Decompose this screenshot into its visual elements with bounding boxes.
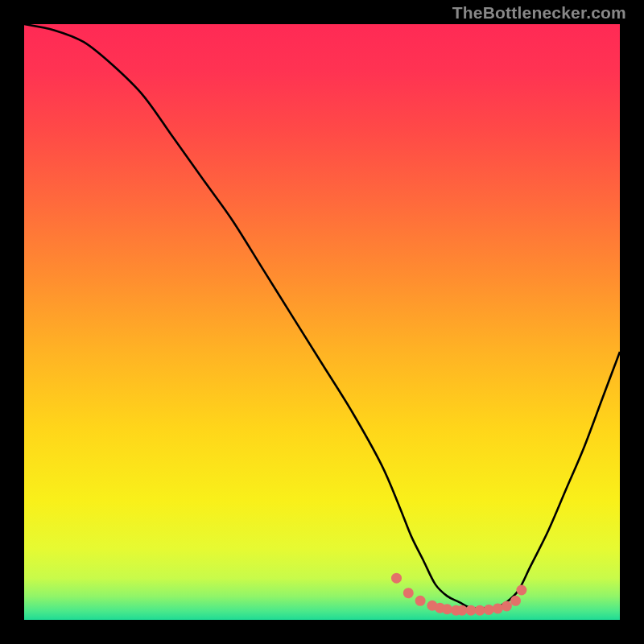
marker-dot [403,588,414,598]
marker-dot [456,605,467,616]
marker-dot [502,601,512,611]
attribution-text: TheBottlenecker.com [452,3,626,23]
plot-background [24,24,620,620]
chart-svg [24,24,620,620]
marker-dot [466,605,477,616]
marker-dot [415,596,426,606]
marker-dot [391,573,402,584]
marker-dot [475,605,485,616]
marker-dot [510,596,521,606]
marker-dot [484,605,494,615]
bottleneck-chart [24,24,620,620]
marker-dot [442,604,452,614]
marker-dot [516,585,526,596]
marker-dot [493,603,503,613]
